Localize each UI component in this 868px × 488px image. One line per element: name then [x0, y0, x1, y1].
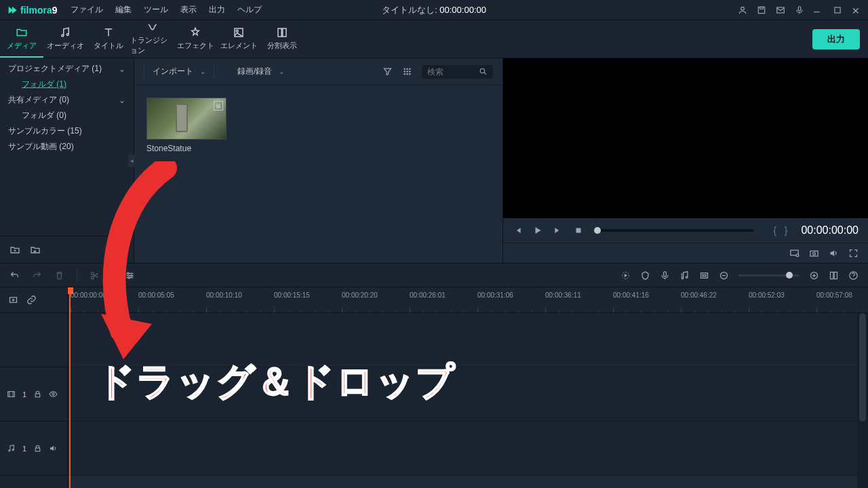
voiceover-icon[interactable] [660, 270, 670, 281]
new-folder-icon[interactable] [9, 245, 20, 256]
lock-icon[interactable] [33, 444, 42, 453]
svg-point-19 [406, 73, 408, 75]
window-close[interactable]: ✕ [852, 5, 861, 15]
window-maximize[interactable] [833, 5, 842, 15]
lock-icon[interactable] [33, 390, 42, 399]
mic-icon[interactable] [795, 5, 804, 15]
tab-audio[interactable]: オーディオ [43, 20, 87, 58]
render-icon[interactable] [620, 270, 631, 281]
svg-rect-33 [664, 271, 667, 276]
svg-point-29 [127, 272, 130, 274]
svg-rect-4 [798, 6, 801, 10]
mail-icon[interactable] [776, 5, 785, 15]
tree-sample-color[interactable]: サンプルカラー (15) [0, 123, 134, 139]
delete-folder-icon[interactable] [30, 245, 41, 256]
delete-icon[interactable] [54, 270, 64, 281]
search-input[interactable] [427, 67, 475, 77]
mark-braces[interactable]: { } [773, 225, 790, 236]
tab-media[interactable]: メディア [0, 20, 43, 58]
svg-rect-11 [283, 28, 286, 37]
import-dropdown[interactable]: インポート⌄ [153, 66, 205, 77]
main-menu: ファイル 編集 ツール 表示 出力 ヘルプ [71, 4, 262, 16]
chevron-down-icon: ⌄ [200, 68, 205, 75]
video-track-header[interactable]: 1 [0, 367, 67, 422]
preview-scrubber[interactable] [594, 229, 754, 232]
timeline-ruler[interactable]: 00:00:00:0000:00:05:0500:00:10:1000:00:1… [68, 287, 868, 313]
svg-point-47 [12, 449, 14, 451]
svg-point-30 [131, 274, 133, 277]
timeline-panel: 1 1 00:00:00:0000:00:05:0500:00:10:1000:… [0, 263, 868, 488]
mode-tabstrip: メディア オーディオ タイトル トランジション エフェクト エレメント 分割表示… [0, 20, 868, 58]
menu-export[interactable]: 出力 [209, 4, 225, 16]
quality-icon[interactable] [789, 248, 800, 258]
menu-edit[interactable]: 編集 [115, 4, 132, 16]
search-box[interactable] [422, 65, 493, 79]
svg-rect-39 [831, 272, 833, 279]
playhead[interactable] [69, 287, 71, 488]
tab-transition[interactable]: トランジション [130, 20, 174, 58]
eye-icon[interactable] [49, 390, 58, 399]
menu-tool[interactable]: ツール [144, 4, 168, 16]
save-icon[interactable] [757, 5, 766, 15]
help-icon[interactable] [848, 270, 859, 281]
timeline-tracks[interactable]: 00:00:00:0000:00:05:0500:00:10:1000:00:1… [68, 287, 868, 488]
zoom-fit-icon[interactable] [829, 270, 839, 281]
media-clip[interactable]: ▦ StoneStatue [146, 98, 226, 153]
titlebar: filmora9 ファイル 編集 ツール 表示 出力 ヘルプ タイトルなし: 0… [0, 0, 868, 20]
tree-folder-1[interactable]: フォルダ (1) [0, 77, 134, 92]
tab-split[interactable]: 分割表示 [260, 20, 304, 58]
menu-help[interactable]: ヘルプ [237, 4, 262, 16]
next-frame-icon[interactable] [553, 226, 563, 235]
tab-effect[interactable]: エフェクト [174, 20, 217, 58]
volume-icon[interactable] [829, 248, 839, 258]
speaker-icon[interactable] [49, 444, 58, 453]
tree-folder-0[interactable]: フォルダ (0) [0, 108, 134, 123]
zoom-in-icon[interactable] [809, 270, 819, 281]
window-minimize[interactable]: – [814, 5, 823, 15]
undo-icon[interactable] [9, 270, 20, 281]
grid-view-icon[interactable] [402, 66, 412, 77]
zoom-slider[interactable] [738, 274, 800, 277]
tree-shared-media[interactable]: 共有メディア (0)⌄ [0, 92, 134, 108]
menu-view[interactable]: 表示 [180, 4, 197, 16]
audio-track-header[interactable]: 1 [0, 422, 67, 476]
adjust-icon[interactable] [125, 270, 135, 281]
record-dropdown[interactable]: 録画/録音⌄ [237, 66, 284, 77]
search-icon[interactable] [479, 67, 488, 76]
tree-project-media[interactable]: プロジェクトメディア (1)⌄ [0, 61, 134, 77]
add-track-icon[interactable] [8, 295, 18, 305]
zoom-out-icon[interactable] [719, 270, 729, 281]
timeline-lane-video[interactable] [68, 367, 868, 422]
export-button[interactable]: 出力 [812, 29, 860, 49]
clip-thumbnail[interactable]: ▦ [146, 98, 226, 140]
audio-mixer-icon[interactable] [679, 270, 690, 281]
split-icon[interactable] [90, 270, 100, 281]
menu-file[interactable]: ファイル [71, 4, 103, 16]
svg-rect-48 [35, 448, 40, 451]
svg-rect-25 [810, 251, 818, 256]
preview-viewport[interactable] [503, 58, 868, 218]
snapshot-icon[interactable] [809, 248, 819, 258]
filter-icon[interactable] [382, 66, 393, 77]
timeline-lane-audio[interactable] [68, 422, 868, 476]
app-logo: filmora9 [7, 5, 57, 16]
marker-icon[interactable] [640, 270, 650, 281]
svg-point-20 [409, 73, 411, 75]
tree-sample-video[interactable]: サンプル動画 (20) [0, 139, 134, 155]
fullscreen-icon[interactable] [848, 248, 859, 258]
tab-title[interactable]: タイトル [87, 20, 130, 58]
prev-frame-icon[interactable] [513, 226, 522, 235]
play-icon[interactable] [533, 226, 542, 235]
tab-element[interactable]: エレメント [217, 20, 260, 58]
account-icon[interactable] [738, 5, 747, 15]
svg-rect-36 [701, 272, 708, 278]
svg-point-6 [62, 35, 64, 37]
link-icon[interactable] [26, 295, 37, 305]
sidebar-collapse[interactable]: ◂ [128, 155, 135, 167]
timeline-vscrollbar[interactable] [857, 313, 868, 488]
svg-rect-22 [576, 228, 581, 233]
crop-icon[interactable] [699, 270, 709, 281]
stop-icon[interactable] [574, 226, 583, 235]
redo-icon[interactable] [32, 270, 42, 281]
timeline-lane-gap[interactable] [68, 313, 868, 367]
